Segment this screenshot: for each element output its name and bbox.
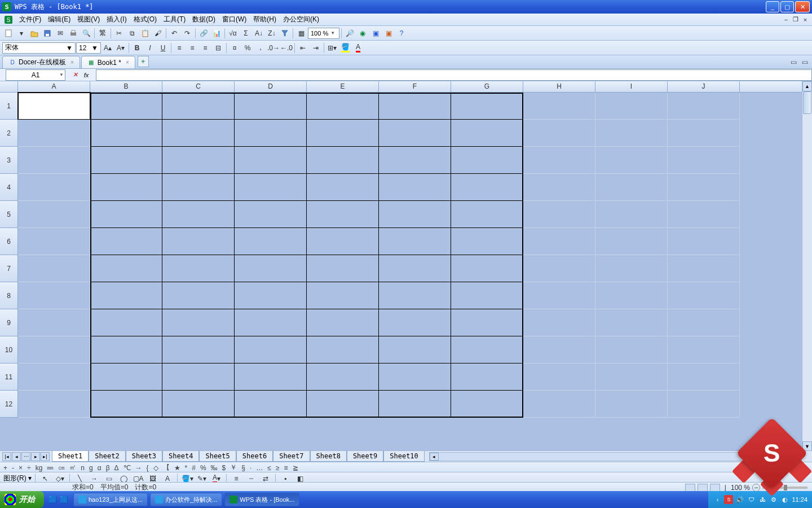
symbol-button[interactable]: n [81, 464, 85, 472]
cell[interactable] [90, 228, 162, 255]
menu-d[interactable]: 数据(D) [189, 14, 219, 25]
taskbar-item[interactable]: 办公软件_待解决... [150, 493, 222, 506]
cell[interactable] [235, 336, 307, 364]
decrease-font-icon[interactable]: A▾ [114, 42, 127, 54]
symbol-button[interactable]: ℃ [123, 464, 131, 472]
symbol-button[interactable]: - [12, 464, 14, 472]
cell[interactable] [235, 282, 307, 309]
sort-desc-icon[interactable]: Z↓ [266, 27, 278, 40]
close-button[interactable]: ✕ [795, 1, 810, 12]
row-header[interactable]: 7 [0, 255, 18, 282]
cell[interactable] [90, 309, 162, 336]
symbol-button[interactable]: + [3, 464, 7, 472]
col-header-C[interactable]: C [162, 81, 235, 92]
cell[interactable] [235, 147, 307, 174]
cell[interactable] [90, 120, 162, 147]
cell[interactable] [90, 147, 162, 174]
cell[interactable] [523, 174, 595, 201]
cell[interactable] [379, 309, 451, 336]
symbol-button[interactable]: · [250, 464, 251, 472]
cell[interactable] [595, 201, 668, 228]
cell[interactable] [235, 201, 307, 228]
font-color-icon[interactable]: A [352, 42, 364, 54]
cell[interactable] [451, 174, 523, 201]
italic-icon[interactable]: I [144, 42, 156, 54]
cell[interactable] [18, 228, 90, 255]
cell[interactable] [523, 228, 595, 255]
cell[interactable] [668, 201, 740, 228]
cell[interactable] [18, 147, 90, 174]
symbol-button[interactable]: § [241, 464, 245, 472]
quicklaunch-icon[interactable]: 🟦 [47, 493, 58, 506]
cell[interactable] [307, 364, 379, 391]
cell[interactable] [523, 93, 595, 120]
cell[interactable] [162, 336, 235, 364]
cell[interactable] [235, 255, 307, 282]
row-header[interactable]: 8 [0, 282, 18, 309]
cell[interactable] [451, 255, 523, 282]
cell[interactable] [162, 282, 235, 309]
cell[interactable] [379, 120, 451, 147]
save-icon[interactable] [41, 27, 54, 40]
row-header[interactable]: 11 [0, 364, 18, 391]
cell[interactable] [668, 336, 740, 364]
format-painter-icon[interactable]: 🖌 [152, 27, 164, 40]
symbol-button[interactable]: ÷ [27, 464, 31, 472]
menu-v[interactable]: 视图(V) [74, 14, 103, 25]
cell[interactable] [90, 174, 162, 201]
symbol-button[interactable]: ≧ [293, 464, 298, 472]
cell[interactable] [595, 255, 668, 282]
cell[interactable] [18, 364, 90, 391]
scroll-right-icon[interactable]: ▸ [792, 453, 801, 461]
borders-icon[interactable]: ⊞▾ [326, 42, 338, 54]
cell[interactable] [523, 336, 595, 364]
percent-icon[interactable]: % [241, 42, 254, 54]
cell[interactable] [18, 255, 90, 282]
symbol-button[interactable]: { [147, 464, 149, 472]
cell[interactable] [595, 364, 668, 391]
cell[interactable] [379, 147, 451, 174]
symbol-button[interactable]: $ [222, 464, 226, 472]
cell[interactable] [451, 309, 523, 336]
undo-icon[interactable]: ↶ [168, 27, 180, 40]
cell[interactable] [90, 391, 162, 418]
cell[interactable] [595, 147, 668, 174]
cell[interactable] [379, 282, 451, 309]
cell[interactable] [90, 364, 162, 391]
comma-icon[interactable]: ， [254, 42, 267, 54]
cell[interactable] [668, 364, 740, 391]
cell[interactable] [235, 174, 307, 201]
menu-k[interactable]: 办公空间(K) [280, 14, 323, 25]
cell[interactable] [523, 391, 595, 418]
first-sheet-button[interactable]: |◂ [2, 452, 11, 461]
cell[interactable] [668, 174, 740, 201]
scroll-left-icon[interactable]: ◂ [430, 453, 439, 461]
cell[interactable] [523, 282, 595, 309]
scroll-thumb[interactable] [803, 91, 811, 114]
cell[interactable] [162, 147, 235, 174]
cell[interactable] [235, 93, 307, 120]
menu-e[interactable]: 编辑(E) [45, 14, 74, 25]
cell[interactable] [451, 147, 523, 174]
tray-clock[interactable]: 11:24 [792, 496, 807, 503]
cell[interactable] [18, 336, 90, 364]
cell[interactable] [307, 228, 379, 255]
table-icon[interactable]: ▦ [295, 27, 307, 40]
cell[interactable] [668, 120, 740, 147]
last-sheet-button[interactable]: ▸| [41, 452, 50, 461]
word-icon[interactable]: ▣ [369, 27, 382, 40]
next-sheet-button[interactable]: ▸ [31, 452, 40, 461]
tray-ime-icon[interactable]: S [724, 495, 733, 504]
menu-o[interactable]: 格式(O) [130, 14, 160, 25]
app-menu-icon[interactable]: S [2, 15, 15, 25]
print-preview-icon[interactable]: 🔍 [80, 27, 92, 40]
tray-shield-icon[interactable]: 🛡 [747, 495, 756, 504]
symbol-button[interactable]: ≤ [267, 464, 271, 472]
cell[interactable] [18, 391, 90, 418]
cell[interactable] [18, 282, 90, 309]
cell[interactable] [162, 255, 235, 282]
row-header[interactable]: 3 [0, 147, 18, 174]
cell[interactable] [235, 120, 307, 147]
cell[interactable] [162, 364, 235, 391]
symbol-button[interactable]: ≡ [284, 464, 288, 472]
